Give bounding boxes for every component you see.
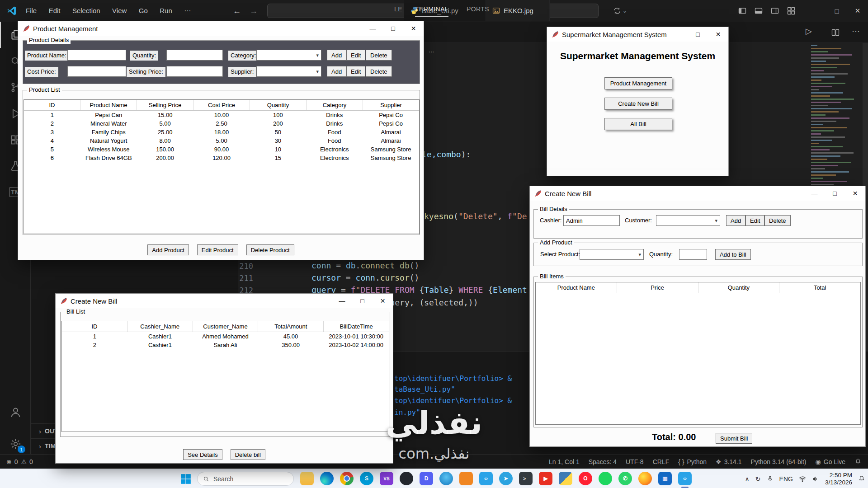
category-combobox[interactable]: ▾ — [256, 50, 321, 61]
delete-customer-button[interactable]: Delete — [764, 215, 791, 226]
bill-items-table[interactable]: Product NamePriceQuantityTotal — [535, 282, 861, 425]
terminal-line[interactable]: taBase_Uti.py" — [394, 385, 455, 394]
code-line[interactable]: le,combo): — [422, 150, 471, 159]
column-header[interactable]: Cashier_Name — [127, 321, 193, 332]
delete-bill-button[interactable]: Delete bill — [231, 449, 265, 460]
menu-go[interactable]: Go — [134, 0, 153, 22]
product-table[interactable]: IDProduct NameSelling PriceCost PriceQua… — [24, 99, 420, 234]
edit-product-button[interactable]: Edit Product — [197, 244, 238, 255]
status-interpreter[interactable]: Python 3.14 (64-bit) — [751, 458, 807, 465]
terminal-line[interactable]: top\identifuer\Portfolio> & — [394, 374, 512, 383]
minimap[interactable] — [808, 43, 862, 190]
add-to-bill-button[interactable]: Add to Bill — [715, 249, 751, 260]
sync-dropdown-icon[interactable]: ⌄ — [613, 0, 627, 22]
column-header[interactable]: Quantity — [698, 282, 780, 293]
taskbar-icon-github[interactable] — [400, 472, 413, 485]
menu-selection[interactable]: Selection — [67, 0, 105, 22]
maximize-button[interactable]: □ — [688, 27, 708, 42]
see-details-button[interactable]: See Details — [183, 449, 222, 460]
column-header[interactable]: Total — [779, 282, 860, 293]
wifi-icon[interactable] — [799, 475, 806, 483]
bill-quantity-input[interactable] — [679, 249, 707, 260]
menu-file[interactable]: File — [21, 0, 42, 22]
titlebar[interactable]: Supermarket Management System — □ ✕ — [547, 27, 728, 42]
activity-account[interactable] — [0, 399, 31, 425]
taskbar-icon-chrome[interactable] — [340, 472, 354, 485]
table-row[interactable]: 3Family Chips25.0018.0050FoodAlmarai — [24, 128, 419, 136]
table-row[interactable]: 4Natural Yogurt8.005.0030FoodAlmarai — [24, 136, 419, 145]
taskbar-icon-youtube[interactable]: ▶ — [539, 472, 552, 485]
edit-customer-button[interactable]: Edit — [745, 215, 764, 226]
cost-price-input[interactable] — [67, 66, 126, 77]
back-arrow[interactable]: ← — [233, 0, 241, 22]
add-customer-button[interactable]: Add — [726, 215, 745, 226]
tray-refresh-icon[interactable]: ↻ — [755, 475, 761, 483]
supplier-combobox[interactable]: ▾ — [256, 66, 321, 77]
run-file-icon[interactable]: ▷ — [806, 26, 812, 36]
close-button[interactable]: ✕ — [708, 27, 728, 42]
select-product-combobox[interactable]: ▾ — [580, 249, 644, 260]
selling-price-input[interactable] — [166, 66, 223, 77]
menu-view[interactable]: View — [107, 0, 132, 22]
minimize-button[interactable]: — — [804, 186, 825, 201]
maximize-button[interactable]: □ — [352, 294, 373, 308]
column-header[interactable]: ID — [24, 100, 80, 110]
add-button-row1[interactable]: Add — [327, 50, 346, 61]
column-header[interactable]: Selling Price — [137, 100, 193, 110]
maximize-button[interactable]: □ — [383, 21, 403, 36]
customer-combobox[interactable]: ▾ — [656, 215, 720, 226]
taskbar-icon-explorer[interactable] — [300, 472, 314, 485]
status-indentation[interactable]: Spaces: 4 — [589, 458, 617, 465]
maximize-button[interactable]: □ — [826, 0, 847, 22]
taskbar-icon-rss[interactable] — [459, 472, 473, 485]
terminal-line[interactable]: top\identifuer\Portfolio> & — [394, 396, 512, 405]
table-row[interactable]: 1Cashier1Ahmed Mohamed45.002023-10-01 10… — [62, 332, 389, 341]
panel-tab-ports[interactable]: PORTS — [467, 5, 489, 13]
column-header[interactable]: Cost Price — [193, 100, 250, 110]
minimize-button[interactable]: — — [363, 21, 383, 36]
problems-errors[interactable]: ⊗ 0 — [6, 458, 18, 465]
microphone-icon[interactable] — [767, 475, 774, 482]
table-row[interactable]: 1Pepsi Can15.0010.00100DrinksPepsi Co — [24, 111, 419, 119]
taskbar-icon-discord[interactable]: D — [420, 472, 433, 485]
add-product-button[interactable]: Add Product — [147, 244, 189, 255]
edit-button-row1[interactable]: Edit — [346, 50, 365, 61]
status-encoding[interactable]: UTF-8 — [626, 458, 644, 465]
notification-bell-icon[interactable] — [858, 475, 865, 483]
panel-tab-fragment[interactable]: LE — [394, 5, 402, 13]
quantity-input[interactable] — [166, 50, 223, 61]
column-header[interactable]: Price — [617, 282, 698, 293]
tab-ekko-jpg[interactable]: EKKO.jpg — [486, 0, 550, 21]
close-button[interactable]: ✕ — [373, 294, 393, 308]
table-row[interactable]: 5Wireless Mouse150.0090.0010ElectronicsS… — [24, 145, 419, 154]
taskbar-icon-edge[interactable] — [320, 472, 334, 485]
status-cursor-position[interactable]: Ln 1, Col 1 — [549, 458, 580, 465]
start-button[interactable] — [180, 473, 192, 485]
taskbar-icon-opera[interactable]: O — [579, 472, 592, 485]
column-header[interactable]: Quantity — [250, 100, 307, 110]
cashier-input[interactable]: Admin — [563, 215, 620, 226]
table-row[interactable]: 2Mineral Water5.002.50200DrinksPepsi Co — [24, 119, 419, 128]
language-indicator[interactable]: ENG — [779, 475, 793, 483]
problems-warnings[interactable]: ⚠ 0 — [21, 458, 33, 465]
titlebar[interactable]: Product Management — □ ✕ — [18, 21, 424, 36]
delete-product-button[interactable]: Delete Product — [246, 244, 294, 255]
toggle-panel-icon[interactable] — [754, 6, 763, 15]
product-management-button[interactable]: Product Management — [604, 77, 672, 89]
tray-chevron-icon[interactable]: ∧ — [745, 475, 750, 483]
maximize-button[interactable]: □ — [825, 186, 845, 201]
taskbar-icon-skype[interactable]: S — [360, 472, 373, 485]
table-row[interactable]: 2Cashier1Sarah Ali350.002023-10-02 14:00… — [62, 341, 389, 349]
taskbar-icon-chart[interactable]: ▥ — [658, 472, 672, 485]
column-header[interactable]: ID — [62, 321, 127, 332]
taskbar-icon-vscode-active[interactable]: ‹› — [678, 472, 692, 485]
taskbar-icon-compass[interactable] — [439, 472, 453, 485]
minimize-button[interactable]: — — [806, 0, 826, 22]
submit-bill-button[interactable]: Submit Bill — [716, 433, 752, 444]
notifications-bell-icon[interactable] — [854, 458, 862, 465]
column-header[interactable]: Product Name — [536, 282, 617, 293]
table-row[interactable]: 6Flash Drive 64GB200.00120.0015Electroni… — [24, 154, 419, 162]
close-button[interactable]: ✕ — [403, 21, 424, 36]
column-header[interactable]: Product Name — [80, 100, 137, 110]
menu-more[interactable]: ⋯ — [179, 0, 196, 22]
